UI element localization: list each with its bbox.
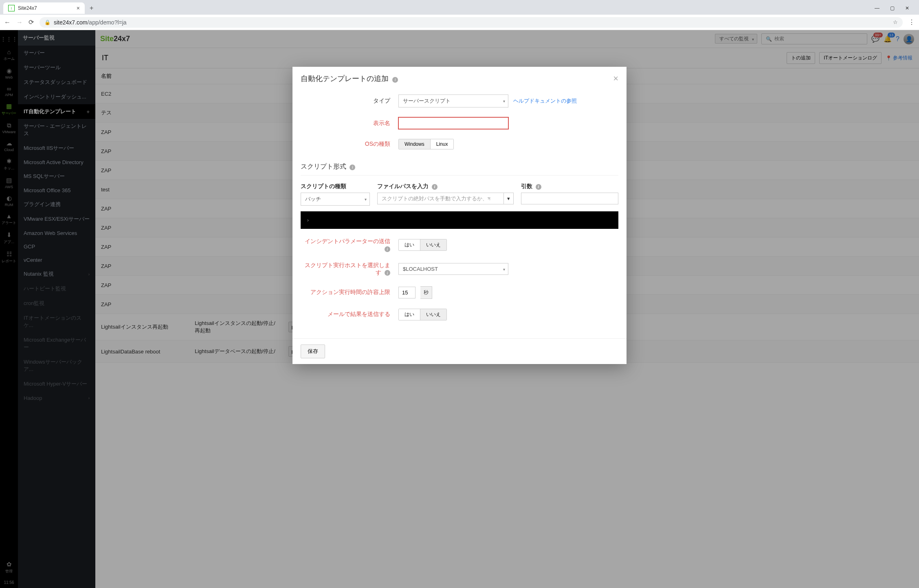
browser-tab[interactable]: ↑ Site24x7 × xyxy=(3,2,85,14)
row-os: OSの種類 Windows Linux xyxy=(301,139,618,149)
row-timeout: アクション実行時間の許容上限 秒 xyxy=(301,286,618,299)
host-select[interactable]: $LOCALHOST xyxy=(398,263,508,275)
script-section-title: スクリプト形式 i xyxy=(301,159,618,176)
modal-title: 自動化テンプレートの追加 i xyxy=(301,74,398,83)
file-path-label: ファイルパスを入力 i xyxy=(377,183,514,190)
tab-bar: ↑ Site24x7 × + — ▢ ✕ xyxy=(0,0,919,15)
display-name-label: 表示名 xyxy=(301,120,398,127)
os-linux-button[interactable]: Linux xyxy=(430,139,454,149)
mail-yes-button[interactable]: はい xyxy=(399,309,420,320)
modal-overlay: 自動化テンプレートの追加 i × タイプ サーバースクリプト ヘルプドキュメント… xyxy=(0,30,919,588)
timeout-input[interactable] xyxy=(398,287,416,298)
incident-param-toggle: はい いいえ xyxy=(398,239,447,251)
type-label: タイプ xyxy=(301,97,398,105)
info-icon[interactable]: i xyxy=(385,246,390,252)
url-path: /app/demo?l=ja xyxy=(87,19,126,26)
favicon-icon: ↑ xyxy=(8,5,15,11)
modal-footer: 保存 xyxy=(292,338,627,364)
file-path-input-group: ▾ xyxy=(377,193,514,204)
info-icon[interactable]: i xyxy=(385,270,390,276)
script-row: スクリプトの種類 バッチ ファイルパスを入力 i ▾ 引数 i xyxy=(301,183,618,206)
incident-no-button[interactable]: いいえ xyxy=(420,239,446,250)
timeout-label: アクション実行時間の許容上限 xyxy=(301,289,398,296)
mail-toggle: はい いいえ xyxy=(398,309,447,320)
os-label: OSの種類 xyxy=(301,140,398,148)
incident-param-label: インシデントパラメーターの送信 i xyxy=(301,238,398,252)
new-tab-button[interactable]: + xyxy=(86,3,97,13)
reload-button[interactable]: ⟳ xyxy=(29,18,34,26)
row-mail: メールで結果を送信する はい いいえ xyxy=(301,309,618,320)
url-text: site24x7.com/app/demo?l=ja xyxy=(54,19,127,26)
file-path-input[interactable] xyxy=(377,193,504,204)
script-preview: › xyxy=(301,211,618,229)
row-incident-param: インシデントパラメーターの送信 i はい いいえ xyxy=(301,238,618,252)
window-controls: — ▢ ✕ xyxy=(873,4,916,13)
maximize-icon[interactable]: ▢ xyxy=(888,4,896,13)
info-icon[interactable]: i xyxy=(392,77,398,83)
incident-yes-button[interactable]: はい xyxy=(399,239,420,250)
host-value: $LOCALHOST xyxy=(398,263,508,275)
display-name-input[interactable] xyxy=(398,117,508,129)
args-label: 引数 i xyxy=(521,183,618,190)
host-label: スクリプト実行ホストを選択します i xyxy=(301,262,398,276)
row-type: タイプ サーバースクリプト ヘルプドキュメントの参照 xyxy=(301,94,618,108)
lock-icon: 🔒 xyxy=(44,20,51,25)
args-input[interactable] xyxy=(521,193,618,204)
timeout-unit: 秒 xyxy=(420,286,432,299)
minimize-icon[interactable]: — xyxy=(873,4,881,13)
mail-label: メールで結果を送信する xyxy=(301,311,398,318)
forward-button[interactable]: → xyxy=(16,19,23,26)
chevron-right-icon: › xyxy=(306,217,310,223)
tab-close-icon[interactable]: × xyxy=(77,5,80,11)
row-host: スクリプト実行ホストを選択します i $LOCALHOST xyxy=(301,262,618,276)
modal-header: 自動化テンプレートの追加 i × xyxy=(292,67,627,90)
browser-menu-icon[interactable]: ⋮ xyxy=(908,18,915,26)
os-windows-button[interactable]: Windows xyxy=(399,139,430,149)
script-type-value: バッチ xyxy=(301,193,370,206)
tab-title: Site24x7 xyxy=(18,5,37,11)
save-button[interactable]: 保存 xyxy=(301,344,325,358)
type-value: サーバースクリプト xyxy=(398,94,508,108)
add-template-modal: 自動化テンプレートの追加 i × タイプ サーバースクリプト ヘルプドキュメント… xyxy=(292,67,627,364)
info-icon[interactable]: i xyxy=(350,165,355,170)
info-icon[interactable]: i xyxy=(432,184,438,190)
url-bar[interactable]: 🔒 site24x7.com/app/demo?l=ja ☆ xyxy=(40,17,903,28)
modal-body: タイプ サーバースクリプト ヘルプドキュメントの参照 表示名 OS xyxy=(292,90,627,338)
script-type-label: スクリプトの種類 xyxy=(301,183,370,190)
app-root: ⋮⋮⋮ ⌂ホーム◉Web∞APM▦サーバー⧉VMware☁Cloud✱ネッ…▤A… xyxy=(0,30,919,588)
url-host: site24x7.com xyxy=(54,19,87,26)
file-path-dropdown-button[interactable]: ▾ xyxy=(504,193,514,204)
type-select[interactable]: サーバースクリプト xyxy=(398,94,508,108)
browser-chrome: ↑ Site24x7 × + — ▢ ✕ ← → ⟳ 🔒 site24x7.co… xyxy=(0,0,919,30)
row-display-name: 表示名 xyxy=(301,117,618,129)
close-window-icon[interactable]: ✕ xyxy=(904,4,911,13)
modal-close-button[interactable]: × xyxy=(613,73,618,84)
os-toggle: Windows Linux xyxy=(398,139,454,149)
browser-toolbar: ← → ⟳ 🔒 site24x7.com/app/demo?l=ja ☆ ⋮ xyxy=(0,15,919,30)
mail-no-button[interactable]: いいえ xyxy=(420,309,446,320)
bookmark-star-icon[interactable]: ☆ xyxy=(893,19,898,25)
info-icon[interactable]: i xyxy=(536,184,541,190)
help-doc-link[interactable]: ヘルプドキュメントの参照 xyxy=(513,97,577,105)
back-button[interactable]: ← xyxy=(4,19,11,26)
script-type-select[interactable]: バッチ xyxy=(301,193,370,206)
